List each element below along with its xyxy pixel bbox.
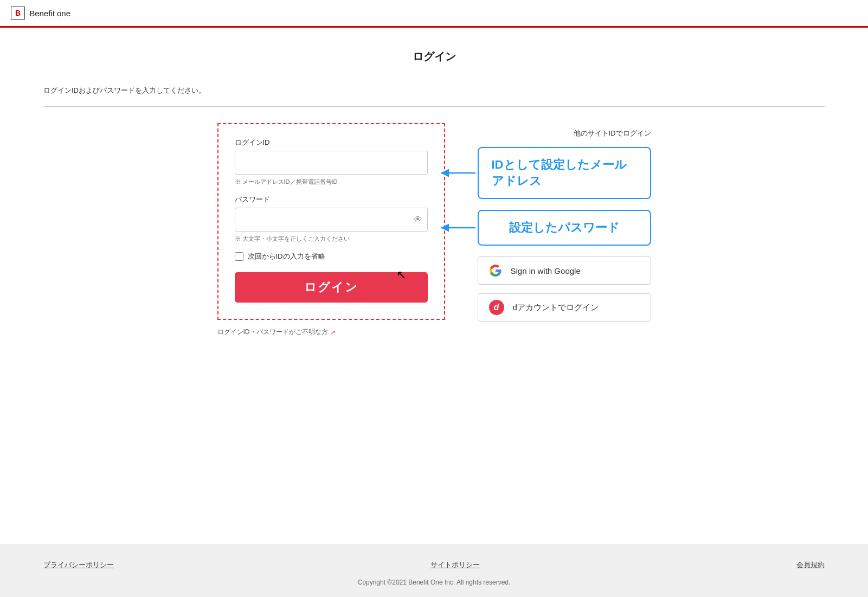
- id-callout-text: IDとして設定したメールアドレス: [492, 157, 637, 189]
- copyright-text: Copyright ©2021 Benefit One Inc. All rig…: [43, 579, 825, 586]
- id-field-label: ログインID: [235, 138, 428, 147]
- login-button[interactable]: ログイン: [235, 272, 428, 303]
- page-footer: プライバシーポリシー サイトポリシー 会員規約 Copyright ©2021 …: [0, 544, 868, 597]
- id-hint: ※ メールアドレスID／携帯電話番号ID: [235, 178, 428, 186]
- section-divider: [43, 106, 825, 107]
- social-section: 他のサイトIDでログイン IDとして設定したメールアドレス: [478, 123, 651, 330]
- login-area: ログインID ※ メールアドレスID／携帯電話番号ID パスワード 👁 ※ 大文…: [43, 123, 825, 337]
- logo-text: Benefit one: [29, 9, 70, 18]
- password-hint: ※ 大文字・小文字を正しくご入力ください: [235, 235, 428, 243]
- site-policy-link[interactable]: サイトポリシー: [430, 560, 480, 570]
- google-signin-button[interactable]: Sign in with Google: [478, 256, 651, 285]
- id-input-wrapper: [235, 151, 428, 175]
- main-content: ログイン ログインIDおよびパスワードを入力してください。 ログインID ※ メ…: [0, 28, 868, 544]
- privacy-policy-link[interactable]: プライバシーポリシー: [43, 560, 114, 570]
- google-signin-label: Sign in with Google: [511, 266, 581, 275]
- login-instruction: ログインIDおよびパスワードを入力してください。: [43, 86, 825, 95]
- forgot-link-area: ログインID・パスワードがご不明な方 ↗: [217, 328, 445, 337]
- password-field-label: パスワード: [235, 195, 428, 204]
- d-account-login-button[interactable]: d dアカウントでログイン: [478, 293, 651, 322]
- google-icon: [489, 264, 502, 277]
- forgot-link[interactable]: ログインID・パスワードがご不明な方: [217, 328, 328, 337]
- social-section-title: 他のサイトIDでログイン: [478, 129, 651, 138]
- id-arrow: [439, 167, 477, 179]
- id-callout-box: IDとして設定したメールアドレス: [478, 147, 651, 199]
- remember-label: 次回からIDの入力を省略: [248, 252, 325, 261]
- password-input-wrapper: 👁: [235, 208, 428, 232]
- id-arrow-svg: [439, 167, 477, 179]
- page-title: ログイン: [43, 49, 825, 64]
- eye-icon[interactable]: 👁: [414, 215, 422, 224]
- pw-arrow: [439, 222, 477, 234]
- membership-link[interactable]: 会員規約: [796, 560, 825, 570]
- password-input[interactable]: [235, 208, 428, 232]
- password-callout-text: 設定したパスワード: [509, 220, 620, 236]
- logo-icon: B: [11, 7, 25, 20]
- login-id-input[interactable]: [235, 151, 428, 175]
- password-callout-box: 設定したパスワード: [478, 210, 651, 246]
- password-callout-wrapper: 設定したパスワード: [478, 210, 651, 246]
- remember-row: 次回からIDの入力を省略: [235, 252, 428, 261]
- footer-links: プライバシーポリシー サイトポリシー 会員規約: [43, 560, 825, 570]
- d-account-icon: d: [489, 300, 504, 315]
- login-form: ログインID ※ メールアドレスID／携帯電話番号ID パスワード 👁 ※ 大文…: [217, 123, 445, 320]
- page-header: B Benefit one: [0, 0, 868, 28]
- external-link-icon: ↗: [330, 329, 336, 336]
- d-account-label: dアカウントでログイン: [513, 303, 599, 313]
- remember-checkbox[interactable]: [235, 252, 243, 261]
- id-callout-wrapper: IDとして設定したメールアドレス: [478, 147, 651, 199]
- pw-arrow-svg: [439, 222, 477, 234]
